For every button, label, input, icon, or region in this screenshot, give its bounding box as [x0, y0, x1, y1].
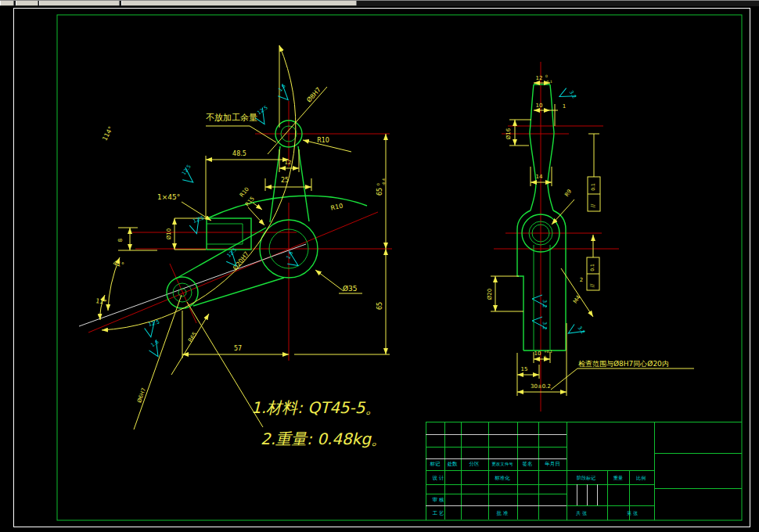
finish-1-6-a: 1.6: [277, 83, 287, 93]
tb-design: 设 计: [432, 475, 444, 481]
dim-14: 14: [536, 174, 543, 180]
fcf1-symbol: //: [590, 203, 596, 207]
toolbar-button[interactable]: [16, 1, 38, 5]
dim-r10-fillet: R10: [239, 186, 250, 199]
dim-10-tol-side-sub-tolerance: 0: [544, 355, 546, 359]
dim-65-tol-sub-tolerance: -0.4: [382, 178, 386, 185]
dim-1-side: 1: [563, 103, 566, 110]
dim-30-tol: 30±0.2: [531, 383, 551, 390]
dim-m4: M4: [572, 294, 582, 305]
dim-65: 65: [376, 302, 383, 310]
dim-12-tol-side-sub-tolerance: -0.1: [545, 80, 552, 84]
dim-chamfer-1x45: 1×45°: [157, 193, 180, 201]
dim-r10-top: R10: [317, 137, 329, 144]
dim-12-tol-side-sup-tolerance: 0: [545, 74, 548, 78]
tb-count: 处数: [448, 461, 459, 467]
finish-3-2-a: 3.2: [568, 89, 577, 99]
dim-65-tol: 65: [376, 188, 383, 196]
note-no-machining-allowance: 不放加工余量: [206, 113, 257, 123]
tb-total-sheets: 共 张: [576, 510, 587, 516]
dim-dia35: Ø35: [343, 285, 358, 293]
dim-r10-right: R10: [330, 203, 344, 212]
fcf1-value: 0.1: [590, 183, 595, 191]
cad-application-window: 114°不放加工余量Ø8H7R1048.51225R10R15R101×45°Ø…: [0, 0, 759, 532]
surface-finish-layer: 12.512.512.512.512.51.61.61.63.23.23.23.…: [143, 83, 586, 359]
tb-sheet-no: 第 张: [627, 510, 638, 516]
dim-57: 57: [234, 345, 242, 352]
drawing-canvas[interactable]: 114°不放加工余量Ø8H7R1048.51225R10R15R101×45°Ø…: [14, 9, 750, 527]
note-weight: 2.重量: 0.48kg。: [261, 430, 387, 448]
front-view: [79, 45, 392, 430]
tb-signature: 签名: [523, 461, 533, 467]
tb-stage-mark: 阶段标记: [577, 475, 595, 481]
tb-zone: 分区: [469, 461, 480, 467]
finish-12-5-e: 12.5: [148, 318, 160, 327]
toolbar-panel[interactable]: [121, 1, 357, 5]
dim-r65: R65: [187, 331, 198, 343]
finish-1-6-c: 1.6: [285, 250, 294, 261]
title-block: [426, 422, 742, 520]
dim-12-front: 12: [285, 160, 292, 166]
tb-review: 审 核: [432, 497, 444, 503]
tb-approve: 批 准: [496, 510, 509, 516]
fcf2-value: 0.1: [589, 264, 595, 271]
dim-dia10: Ø10: [166, 228, 172, 239]
dim-65-tol-sup-tolerance: 0: [376, 183, 380, 185]
dim-angle-11: 11°: [95, 297, 107, 306]
note-inspection: 检查范围与Ø8H7同心Ø20内: [578, 360, 669, 368]
tb-weight: 重量: [613, 475, 623, 480]
note-material: 1.材料: QT45-5。: [251, 398, 381, 417]
dim-15: 15: [521, 366, 528, 372]
fcf2-symbol: //: [589, 283, 595, 287]
tb-mark: 标记: [430, 461, 441, 467]
finish-12-5-d: 12.5: [226, 246, 239, 259]
toolbar-button[interactable]: [0, 1, 14, 5]
dim-8: 8: [117, 239, 124, 242]
dim-dia20-side: Ø20: [487, 289, 493, 300]
dim-dia16: Ø16: [505, 128, 512, 139]
dim-25: 25: [281, 177, 289, 184]
tb-process: 工 艺: [432, 510, 444, 516]
dim-angle-114: 114°: [101, 125, 114, 142]
finish-3-2-d: 3.2: [577, 325, 586, 335]
toolbar-panel[interactable]: [39, 1, 120, 5]
tb-standardization: 标准化: [494, 475, 510, 481]
tb-change-file-no: 更改文件号: [491, 462, 513, 466]
dim-12-tol-side: 12: [536, 75, 543, 81]
cad-viewport[interactable]: 114°不放加工余量Ø8H7R1048.51225R10R15R101×45°Ø…: [13, 8, 750, 527]
dim-angle-41: 41°: [113, 260, 125, 269]
side-view: [491, 62, 694, 412]
finish-12-5-a: 12.5: [256, 104, 268, 116]
tb-date: 年月日: [545, 461, 560, 467]
dim-10-tol-side: 10: [534, 350, 541, 357]
finish-3-2-b: 3.2: [541, 300, 548, 307]
finish-12-5-b: 12.5: [181, 164, 192, 176]
toolbar-strip[interactable]: [0, 0, 759, 6]
finish-1-6-b: 1.6: [149, 339, 160, 348]
dim-10-side: 10: [536, 102, 543, 109]
finish-3-2-c: 3.2: [541, 322, 548, 329]
dim-10-tol-side-sup-tolerance: +0.1: [544, 350, 552, 354]
tb-scale: 比例: [636, 475, 646, 481]
dim-48-5: 48.5: [232, 150, 246, 157]
dim-2-side: 2: [580, 277, 583, 283]
dim-r9: R9: [563, 189, 573, 198]
drawing-frame: [57, 15, 742, 520]
